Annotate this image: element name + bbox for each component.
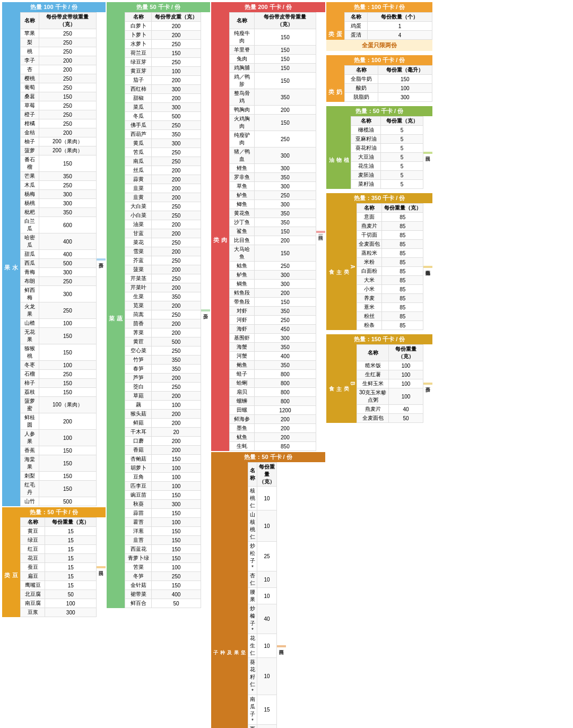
table-row: 蒸粒米85 bbox=[357, 249, 423, 258]
item-weight: 250 bbox=[39, 302, 96, 319]
table-row: 芹菜茎250 bbox=[125, 274, 201, 283]
item-weight: 200 bbox=[254, 415, 316, 424]
table-row: 石榴250 bbox=[21, 370, 97, 379]
item-weight: 15 bbox=[45, 545, 97, 554]
meat-note-side: 只限一份 bbox=[316, 12, 325, 451]
nuts-section: 热量：50 千卡 / 份 坚果及种子 名称 每份重量（克） 核桃仁10山核桃仁1… bbox=[211, 452, 325, 728]
item-name: 荷兰豆 bbox=[125, 49, 152, 58]
item-weight: 300 bbox=[254, 280, 316, 289]
item-weight: 15 bbox=[45, 563, 97, 572]
item-name: 苹果 bbox=[21, 29, 39, 38]
item-name: 油菜 bbox=[125, 220, 152, 229]
table-row: 秋葵300 bbox=[125, 500, 201, 509]
item-weight: 100 bbox=[152, 482, 201, 491]
item-name: 竹笋 bbox=[125, 356, 152, 365]
table-row: 哈密瓜400 bbox=[21, 233, 97, 250]
table-row: 西瓜500 bbox=[21, 259, 97, 268]
table-row: 鳕鱼段200 bbox=[230, 289, 316, 298]
table-row: 菠萝200（果肉） bbox=[21, 146, 97, 155]
table-row: 菜籽油5 bbox=[351, 180, 423, 189]
item-name: 对虾 bbox=[230, 307, 255, 316]
table-row: 红豆15 bbox=[21, 545, 97, 554]
table-row: 藕100 bbox=[125, 401, 201, 410]
item-name: 南豆腐 bbox=[21, 599, 45, 608]
table-row: 火鸡胸肉150 bbox=[230, 115, 316, 131]
item-name: 丝瓜 bbox=[125, 166, 152, 175]
grain-a-table-wrapper: A类主食 名称 每份重量（克） 意面85燕麦片85干切面85全麦面包85蒸粒米8… bbox=[326, 203, 432, 330]
item-name: 整鸟骨鸡 bbox=[230, 89, 255, 106]
table-row: 西瓜子 *20 bbox=[248, 725, 277, 729]
item-name: 核桃仁 bbox=[248, 487, 257, 510]
table-row: 生鲜玉米100 bbox=[357, 379, 423, 388]
item-weight: 200 bbox=[254, 236, 316, 245]
item-name: 生鲜玉米 bbox=[357, 379, 389, 388]
oil-table: 名称 每份重（克） 橄榄油5亚麻籽油5葵花籽油5大豆油5花生油5麦胚油5菜籽油5 bbox=[351, 116, 423, 189]
item-weight: 85 bbox=[382, 213, 423, 222]
bean-note-label: 只限三份 bbox=[97, 566, 106, 568]
table-row: 大白菜250 bbox=[125, 202, 201, 211]
item-name: 杏仁 bbox=[248, 571, 257, 588]
table-row: 布朗250 bbox=[21, 277, 97, 286]
table-row: 炒松子 *25 bbox=[248, 542, 277, 571]
item-name: 花生油 bbox=[351, 162, 381, 171]
table-row: 南瓜250 bbox=[125, 157, 201, 166]
table-row: 金桔200 bbox=[21, 128, 97, 137]
item-name: 空心菜 bbox=[125, 346, 152, 356]
table-row: 绿豆芽250 bbox=[125, 58, 201, 67]
item-name: 石榴 bbox=[21, 370, 39, 379]
item-weight: 200 bbox=[152, 437, 201, 446]
item-name: 藿苔 bbox=[125, 518, 152, 527]
item-weight: 200 bbox=[152, 328, 201, 337]
oil-note-label: 只限三份 bbox=[423, 152, 432, 154]
veg-col1: 名称 bbox=[125, 13, 152, 22]
table-row: 草鱼300 bbox=[230, 182, 316, 191]
item-weight: 300 bbox=[39, 268, 96, 277]
item-weight: 5 bbox=[381, 153, 423, 162]
table-row: 菜花250 bbox=[125, 238, 201, 247]
item-weight: 150 bbox=[254, 227, 316, 236]
table-row: 鲜百合50 bbox=[125, 599, 201, 608]
item-name: 炒榛子 * bbox=[248, 604, 257, 634]
nuts-note-side: 只限两份 bbox=[277, 462, 286, 728]
item-weight: 200 bbox=[39, 128, 96, 137]
item-weight: 150 bbox=[378, 75, 432, 84]
item-weight: 250 bbox=[152, 572, 201, 581]
table-row: 荠菜200 bbox=[125, 328, 201, 337]
item-name: 黄豆 bbox=[21, 527, 45, 536]
veg-section: 热量 50 千卡 / 份 蔬菜 名称 每份带皮重（克） 白萝卜200卜萝卜200… bbox=[107, 2, 210, 608]
item-name: 蒸粒米 bbox=[357, 249, 382, 258]
veg-table-wrapper: 蔬菜 名称 每份带皮重（克） 白萝卜200卜萝卜200水萝卜250荷兰豆150绿… bbox=[107, 12, 210, 608]
item-weight: 350 bbox=[254, 89, 316, 106]
item-weight: 85 bbox=[382, 222, 423, 231]
item-name: 鲷鱼 bbox=[230, 280, 255, 289]
item-weight: 100 bbox=[152, 67, 201, 76]
veg-category-label: 蔬菜 bbox=[107, 12, 125, 608]
table-row: 干木耳20 bbox=[125, 428, 201, 437]
table-row: 桃250 bbox=[21, 47, 97, 56]
table-row: 茄子200 bbox=[125, 76, 201, 85]
item-name: 南瓜 bbox=[125, 157, 152, 166]
item-weight: 200（果肉） bbox=[39, 146, 96, 155]
table-row: 草莓250 bbox=[21, 101, 97, 110]
table-row: 西红柿300 bbox=[125, 85, 201, 94]
item-name: 草菇 bbox=[125, 392, 152, 401]
item-weight: 350 bbox=[254, 307, 316, 316]
item-weight: 20 bbox=[257, 725, 277, 729]
item-name: 香蕉 bbox=[21, 446, 39, 455]
milk-table-container: 名称 每份重（毫升） 全脂牛奶150酸奶100脱脂奶300 bbox=[344, 65, 432, 102]
item-name: 大豆油 bbox=[351, 153, 381, 162]
item-weight: 100 bbox=[39, 361, 96, 370]
egg-title: 热量：100 千卡 / 份 bbox=[326, 2, 432, 12]
item-weight: 200 bbox=[152, 265, 201, 274]
item-name: 黄瓜 bbox=[125, 139, 152, 148]
item-name: 葡萄 bbox=[21, 83, 39, 92]
item-weight: 250 bbox=[152, 211, 201, 220]
item-weight: 150 bbox=[39, 455, 96, 472]
table-row: 雪菜200 bbox=[125, 247, 201, 256]
item-weight: 200 bbox=[152, 76, 201, 85]
table-row: 韭菜200 bbox=[125, 184, 201, 193]
item-name: 草莓 bbox=[21, 101, 39, 110]
item-name: 大马哈鱼 bbox=[230, 245, 255, 262]
item-weight: 85 bbox=[382, 240, 423, 249]
table-row: 南豆腐100 bbox=[21, 599, 97, 608]
